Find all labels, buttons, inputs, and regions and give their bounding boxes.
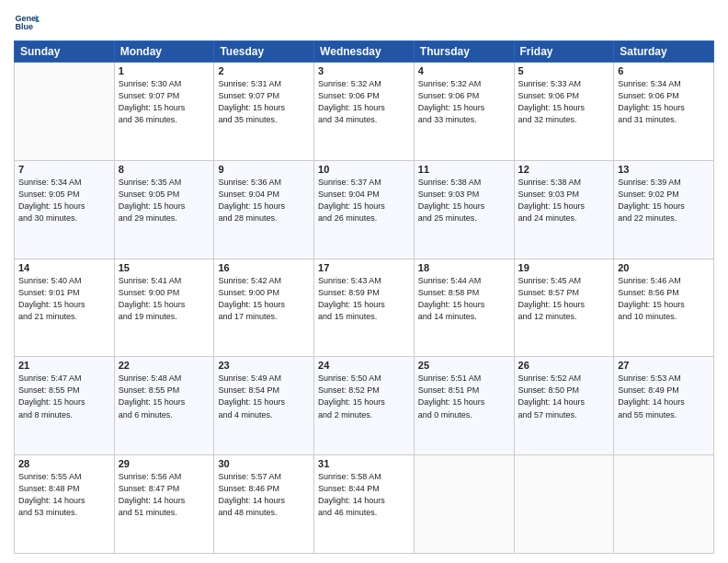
day-number: 18 <box>418 262 510 273</box>
calendar-cell: 13Sunrise: 5:39 AM Sunset: 9:02 PM Dayli… <box>614 160 714 259</box>
day-info: Sunrise: 5:52 AM Sunset: 8:50 PM Dayligh… <box>518 373 610 420</box>
calendar-cell: 8Sunrise: 5:35 AM Sunset: 9:05 PM Daylig… <box>114 160 214 259</box>
day-info: Sunrise: 5:32 AM Sunset: 9:06 PM Dayligh… <box>418 78 510 126</box>
calendar-week-4: 21Sunrise: 5:47 AM Sunset: 8:55 PM Dayli… <box>15 357 714 455</box>
day-number: 4 <box>418 65 510 76</box>
day-number: 19 <box>518 262 610 273</box>
day-number: 15 <box>119 262 210 273</box>
calendar-cell: 27Sunrise: 5:53 AM Sunset: 8:49 PM Dayli… <box>614 357 714 455</box>
calendar-cell: 15Sunrise: 5:41 AM Sunset: 9:00 PM Dayli… <box>114 259 214 357</box>
calendar-cell: 31Sunrise: 5:58 AM Sunset: 8:44 PM Dayli… <box>314 455 415 554</box>
calendar-week-3: 14Sunrise: 5:40 AM Sunset: 9:01 PM Dayli… <box>15 259 714 357</box>
calendar-week-1: 1Sunrise: 5:30 AM Sunset: 9:07 PM Daylig… <box>15 63 714 161</box>
day-info: Sunrise: 5:38 AM Sunset: 9:03 PM Dayligh… <box>418 177 510 224</box>
day-info: Sunrise: 5:58 AM Sunset: 8:44 PM Dayligh… <box>318 471 410 519</box>
day-number: 11 <box>418 164 510 175</box>
header: General Blue <box>14 9 714 35</box>
calendar-cell <box>614 455 714 554</box>
day-number: 10 <box>318 164 410 175</box>
day-info: Sunrise: 5:48 AM Sunset: 8:55 PM Dayligh… <box>119 373 210 420</box>
calendar-cell: 4Sunrise: 5:32 AM Sunset: 9:06 PM Daylig… <box>414 63 514 161</box>
calendar-cell: 5Sunrise: 5:33 AM Sunset: 9:06 PM Daylig… <box>514 63 614 161</box>
weekday-header-friday: Friday <box>514 41 614 63</box>
day-number: 13 <box>618 164 710 175</box>
day-info: Sunrise: 5:46 AM Sunset: 8:56 PM Dayligh… <box>618 275 710 323</box>
calendar-week-2: 7Sunrise: 5:34 AM Sunset: 9:05 PM Daylig… <box>15 160 714 259</box>
day-info: Sunrise: 5:30 AM Sunset: 9:07 PM Dayligh… <box>119 78 210 126</box>
day-info: Sunrise: 5:32 AM Sunset: 9:06 PM Dayligh… <box>318 78 410 126</box>
day-number: 23 <box>218 360 310 371</box>
day-info: Sunrise: 5:50 AM Sunset: 8:52 PM Dayligh… <box>318 373 410 420</box>
day-info: Sunrise: 5:35 AM Sunset: 9:05 PM Dayligh… <box>119 177 210 224</box>
calendar-cell: 30Sunrise: 5:57 AM Sunset: 8:46 PM Dayli… <box>214 455 314 554</box>
calendar-cell: 1Sunrise: 5:30 AM Sunset: 9:07 PM Daylig… <box>114 63 214 161</box>
weekday-header-tuesday: Tuesday <box>214 41 314 63</box>
calendar-cell <box>514 455 614 554</box>
weekday-header-row: SundayMondayTuesdayWednesdayThursdayFrid… <box>15 41 714 63</box>
calendar-cell: 14Sunrise: 5:40 AM Sunset: 9:01 PM Dayli… <box>15 259 115 357</box>
day-number: 8 <box>119 164 210 175</box>
calendar-cell: 16Sunrise: 5:42 AM Sunset: 9:00 PM Dayli… <box>214 259 314 357</box>
weekday-header-monday: Monday <box>114 41 214 63</box>
day-number: 29 <box>119 458 210 469</box>
day-number: 1 <box>119 65 210 76</box>
day-number: 21 <box>18 360 110 371</box>
calendar-cell: 22Sunrise: 5:48 AM Sunset: 8:55 PM Dayli… <box>114 357 214 455</box>
calendar-cell: 18Sunrise: 5:44 AM Sunset: 8:58 PM Dayli… <box>414 259 514 357</box>
calendar-table: SundayMondayTuesdayWednesdayThursdayFrid… <box>14 40 714 554</box>
calendar-cell: 6Sunrise: 5:34 AM Sunset: 9:06 PM Daylig… <box>614 63 714 161</box>
calendar-cell: 26Sunrise: 5:52 AM Sunset: 8:50 PM Dayli… <box>514 357 614 455</box>
calendar-cell: 3Sunrise: 5:32 AM Sunset: 9:06 PM Daylig… <box>314 63 415 161</box>
calendar-cell: 24Sunrise: 5:50 AM Sunset: 8:52 PM Dayli… <box>314 357 415 455</box>
day-info: Sunrise: 5:34 AM Sunset: 9:06 PM Dayligh… <box>618 78 710 126</box>
day-info: Sunrise: 5:56 AM Sunset: 8:47 PM Dayligh… <box>119 471 210 519</box>
day-info: Sunrise: 5:49 AM Sunset: 8:54 PM Dayligh… <box>218 373 310 420</box>
day-info: Sunrise: 5:39 AM Sunset: 9:02 PM Dayligh… <box>618 177 710 224</box>
calendar-cell: 11Sunrise: 5:38 AM Sunset: 9:03 PM Dayli… <box>414 160 514 259</box>
weekday-header-sunday: Sunday <box>15 41 115 63</box>
calendar-cell: 19Sunrise: 5:45 AM Sunset: 8:57 PM Dayli… <box>514 259 614 357</box>
calendar-cell: 20Sunrise: 5:46 AM Sunset: 8:56 PM Dayli… <box>614 259 714 357</box>
weekday-header-saturday: Saturday <box>614 41 714 63</box>
day-number: 24 <box>318 360 410 371</box>
calendar-cell: 21Sunrise: 5:47 AM Sunset: 8:55 PM Dayli… <box>15 357 115 455</box>
day-info: Sunrise: 5:40 AM Sunset: 9:01 PM Dayligh… <box>18 275 110 323</box>
day-number: 3 <box>318 65 410 76</box>
calendar-cell: 2Sunrise: 5:31 AM Sunset: 9:07 PM Daylig… <box>214 63 314 161</box>
day-number: 9 <box>218 164 310 175</box>
day-info: Sunrise: 5:45 AM Sunset: 8:57 PM Dayligh… <box>518 275 610 323</box>
day-info: Sunrise: 5:38 AM Sunset: 9:03 PM Dayligh… <box>518 177 610 224</box>
day-number: 31 <box>318 458 410 469</box>
day-number: 12 <box>518 164 610 175</box>
day-info: Sunrise: 5:43 AM Sunset: 8:59 PM Dayligh… <box>318 275 410 323</box>
day-number: 17 <box>318 262 410 273</box>
day-number: 28 <box>18 458 110 469</box>
calendar-week-5: 28Sunrise: 5:55 AM Sunset: 8:48 PM Dayli… <box>15 455 714 554</box>
day-info: Sunrise: 5:53 AM Sunset: 8:49 PM Dayligh… <box>618 373 710 420</box>
logo: General Blue <box>14 9 40 35</box>
day-info: Sunrise: 5:34 AM Sunset: 9:05 PM Dayligh… <box>18 177 110 224</box>
day-number: 20 <box>618 262 710 273</box>
day-info: Sunrise: 5:55 AM Sunset: 8:48 PM Dayligh… <box>18 471 110 519</box>
day-info: Sunrise: 5:41 AM Sunset: 9:00 PM Dayligh… <box>119 275 210 323</box>
day-number: 14 <box>18 262 110 273</box>
day-info: Sunrise: 5:37 AM Sunset: 9:04 PM Dayligh… <box>318 177 410 224</box>
day-number: 30 <box>218 458 310 469</box>
day-number: 6 <box>618 65 710 76</box>
svg-text:Blue: Blue <box>15 22 33 31</box>
day-number: 7 <box>18 164 110 175</box>
calendar-cell: 29Sunrise: 5:56 AM Sunset: 8:47 PM Dayli… <box>114 455 214 554</box>
calendar-cell: 12Sunrise: 5:38 AM Sunset: 9:03 PM Dayli… <box>514 160 614 259</box>
calendar-cell <box>414 455 514 554</box>
calendar-cell: 9Sunrise: 5:36 AM Sunset: 9:04 PM Daylig… <box>214 160 314 259</box>
page: General Blue SundayMondayTuesdayWednesda… <box>0 0 728 563</box>
calendar-cell: 23Sunrise: 5:49 AM Sunset: 8:54 PM Dayli… <box>214 357 314 455</box>
day-info: Sunrise: 5:47 AM Sunset: 8:55 PM Dayligh… <box>18 373 110 420</box>
day-info: Sunrise: 5:51 AM Sunset: 8:51 PM Dayligh… <box>418 373 510 420</box>
day-number: 22 <box>119 360 210 371</box>
day-info: Sunrise: 5:42 AM Sunset: 9:00 PM Dayligh… <box>218 275 310 323</box>
weekday-header-wednesday: Wednesday <box>314 41 415 63</box>
calendar-cell: 10Sunrise: 5:37 AM Sunset: 9:04 PM Dayli… <box>314 160 415 259</box>
day-number: 27 <box>618 360 710 371</box>
weekday-header-thursday: Thursday <box>414 41 514 63</box>
